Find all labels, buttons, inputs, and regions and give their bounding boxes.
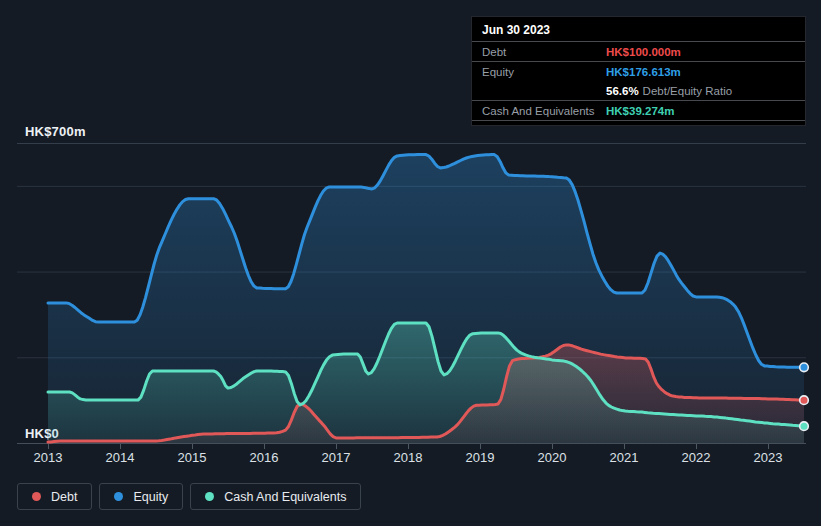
tooltip-debt-label: Debt xyxy=(482,46,606,58)
tooltip-equity-label: Equity xyxy=(482,66,606,78)
x-tick-label: 2019 xyxy=(466,450,495,465)
x-tick-label: 2021 xyxy=(610,450,639,465)
x-axis: 2013201420152016201720182019202020212022… xyxy=(34,444,783,465)
tooltip-date: Jun 30 2023 xyxy=(472,17,805,42)
x-tick-label: 2014 xyxy=(106,450,135,465)
x-tick-label: 2018 xyxy=(394,450,423,465)
series-fills xyxy=(48,155,804,443)
legend-item-debt[interactable]: Debt xyxy=(17,483,92,510)
tooltip-ratio: 56.6%Debt/Equity Ratio xyxy=(606,85,795,97)
series-end-dot-cash xyxy=(800,422,809,431)
tooltip-row-equity: Equity HK$176.613m xyxy=(472,62,805,81)
chart-tooltip: Jun 30 2023 Debt HK$100.000m Equity HK$1… xyxy=(471,16,806,126)
x-tick-label: 2015 xyxy=(178,450,207,465)
legend-debt-label: Debt xyxy=(51,490,77,504)
legend-item-cash[interactable]: Cash And Equivalents xyxy=(190,483,361,510)
tooltip-ratio-value: 56.6% xyxy=(606,85,639,97)
equity-dot-icon xyxy=(114,492,123,501)
tooltip-row-ratio: 56.6%Debt/Equity Ratio xyxy=(472,81,805,101)
cash-dot-icon xyxy=(205,492,214,501)
debt-dot-icon xyxy=(32,492,41,501)
x-tick-label: 2022 xyxy=(682,450,711,465)
series-end-dot-equity xyxy=(800,363,809,372)
chart-legend: Debt Equity Cash And Equivalents xyxy=(17,483,361,510)
tooltip-row-debt: Debt HK$100.000m xyxy=(472,42,805,62)
tooltip-equity-value: HK$176.613m xyxy=(606,66,795,78)
x-tick-label: 2016 xyxy=(250,450,279,465)
legend-equity-label: Equity xyxy=(133,490,168,504)
legend-cash-label: Cash And Equivalents xyxy=(224,490,346,504)
tooltip-row-cash: Cash And Equivalents HK$39.274m xyxy=(472,101,805,121)
x-tick-label: 2017 xyxy=(322,450,351,465)
x-tick-label: 2023 xyxy=(754,450,783,465)
tooltip-ratio-label: Debt/Equity Ratio xyxy=(643,85,733,97)
tooltip-cash-value: HK$39.274m xyxy=(606,105,795,117)
tooltip-cash-label: Cash And Equivalents xyxy=(482,105,606,117)
tooltip-debt-value: HK$100.000m xyxy=(606,46,795,58)
legend-item-equity[interactable]: Equity xyxy=(99,483,183,510)
debt-equity-history-panel: HK$700m HK$0 201320142015201620172018201… xyxy=(0,0,821,526)
x-tick-label: 2013 xyxy=(34,450,63,465)
x-tick-label: 2020 xyxy=(538,450,567,465)
series-end-dot-debt xyxy=(800,396,809,405)
